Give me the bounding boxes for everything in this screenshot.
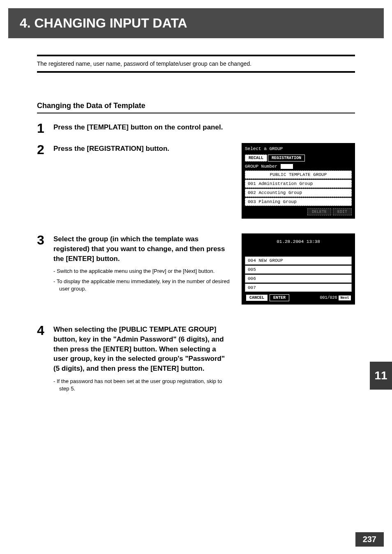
step-title: Press the [REGISTRATION] button. [53,144,226,154]
step-title: When selecting the [PUBLIC TEMPLATE GROU… [53,325,226,374]
step-body: Press the [TEMPLATE] button on the contr… [53,122,355,132]
step-number: 2 [37,143,53,156]
step-body: When selecting the [PUBLIC TEMPLATE GROU… [53,324,355,395]
step-note: Switch to the applicable menu using the … [53,268,230,275]
enter-button[interactable]: ENTER [270,294,289,301]
group-row-007[interactable]: 007 [245,284,352,292]
edit-button[interactable]: EDIT [333,208,352,215]
section-title: Changing the Data of Template [37,102,355,113]
page-title: 4. CHANGING INPUT DATA [20,16,372,31]
tab-recall[interactable]: RECALL [245,155,267,162]
step-1: 1 Press the [TEMPLATE] button on the con… [37,122,355,135]
step-number: 4 [37,324,53,337]
step-notes: Switch to the applicable menu using the … [53,268,230,293]
step-3-wrap: 3 Select the group (in which the templat… [37,233,355,324]
chapter-tab: 11 [370,362,392,390]
step-number: 1 [37,122,53,135]
content-area: The registered name, user name, password… [0,38,392,395]
timestamp-display: 01.28.2004 13:38 [245,237,352,256]
group-number-input[interactable] [281,164,293,169]
group-row-006[interactable]: 006 [245,275,352,283]
group-number-label: GROUP Number [245,164,277,169]
steps-list: 1 Press the [TEMPLATE] button on the con… [37,122,355,395]
group-row-004[interactable]: 004 NEW GROUP [245,256,352,265]
group-row-001[interactable]: 001 Administration Group [245,180,352,188]
screenshot-title: Select a GROUP [245,146,352,151]
step-title: Press the [TEMPLATE] button on the contr… [53,122,226,132]
step-note: If the password has not been set at the … [53,378,230,392]
step-notes: If the password has not been set at the … [53,378,230,392]
step-number: 3 [37,233,53,247]
intro-text: The registered name, user name, password… [37,60,355,67]
tab-registration[interactable]: REGISTRATION [268,155,305,162]
step-4: 4 When selecting the [PUBLIC TEMPLATE GR… [37,324,355,395]
header-bar: 4. CHANGING INPUT DATA [8,8,384,38]
step-title: Select the group (in which the template … [53,234,226,263]
step-note: To display the applicable menu immediate… [53,278,230,293]
delete-button[interactable]: DELETE [307,208,331,215]
page-number: 237 [355,532,384,547]
group-row-public[interactable]: PUBLIC TEMPLATE GROUP [245,171,352,179]
pager-text: 001/026 [320,295,337,300]
group-row-005[interactable]: 005 [245,265,352,274]
divider-top [37,55,355,56]
screenshot-group-list: 01.28.2004 13:38 004 NEW GROUP 005 006 0… [242,233,355,305]
divider-bottom [37,71,355,73]
group-row-003[interactable]: 003 Planning Group [245,198,352,206]
cancel-button[interactable]: CANCEL [246,294,268,301]
screenshot-registration: Select a GROUP RECALL REGISTRATION GROUP… [242,143,355,219]
next-button[interactable]: Next [339,295,351,300]
group-row-002[interactable]: 002 Accounting Group [245,189,352,197]
step-2-wrap: 2 Press the [REGISTRATION] button. Selec… [37,143,355,233]
